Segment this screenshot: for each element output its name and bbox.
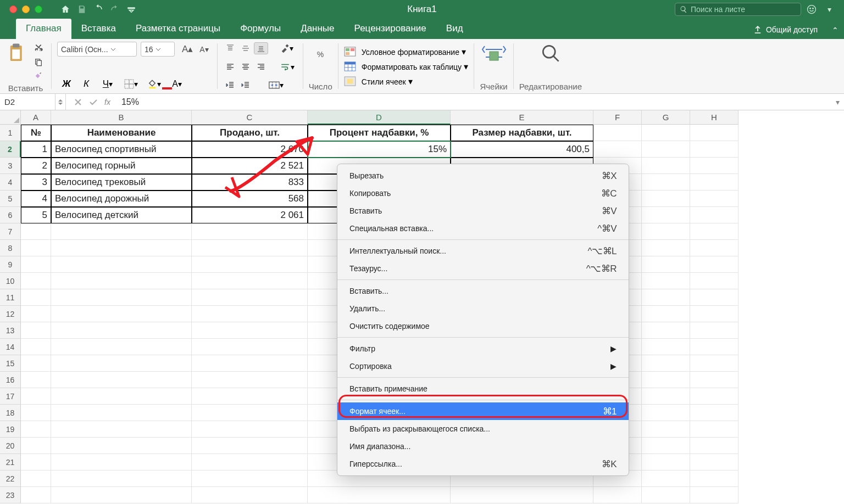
cell-A5[interactable]: 4 xyxy=(21,191,51,207)
cell-H12[interactable] xyxy=(690,306,738,322)
cell-G18[interactable] xyxy=(642,405,690,421)
cell-A19[interactable] xyxy=(21,421,51,438)
cell-G21[interactable] xyxy=(642,454,690,471)
cell-G20[interactable] xyxy=(642,438,690,454)
align-middle-icon[interactable] xyxy=(238,42,253,54)
cell-B6[interactable]: Велосипед детский xyxy=(51,207,192,223)
cell-H2[interactable] xyxy=(690,141,738,158)
align-left-icon[interactable] xyxy=(223,61,237,73)
cell-A21[interactable] xyxy=(21,454,51,471)
copy-icon[interactable] xyxy=(31,56,46,68)
row-header-12[interactable]: 12 xyxy=(0,306,21,322)
cell-A11[interactable] xyxy=(21,289,51,306)
cell-H9[interactable] xyxy=(690,256,738,273)
cancel-formula-icon[interactable] xyxy=(74,98,82,107)
merge-cells-icon[interactable]: ▾ xyxy=(266,79,286,91)
cell-H10[interactable] xyxy=(690,273,738,289)
cell-B4[interactable]: Велосипед трековый xyxy=(51,174,192,191)
cell-A23[interactable] xyxy=(21,487,51,503)
align-right-icon[interactable] xyxy=(254,61,268,73)
cell-D1[interactable]: Процент надбавки, % xyxy=(308,125,451,141)
col-header-E[interactable]: E xyxy=(451,110,593,125)
cell-B5[interactable]: Велосипед дорожный xyxy=(51,191,192,207)
redo-icon[interactable] xyxy=(107,3,123,16)
cell-G14[interactable] xyxy=(642,339,690,355)
cell-B16[interactable] xyxy=(51,372,192,388)
cell-A3[interactable]: 2 xyxy=(21,158,51,174)
menu-insert-comment[interactable]: Вставить примечание xyxy=(337,380,629,397)
decrease-indent-icon[interactable] xyxy=(223,79,237,91)
row-header-8[interactable]: 8 xyxy=(0,240,21,256)
expand-formula-bar-icon[interactable]: ▾ xyxy=(831,98,844,107)
cell-E1[interactable]: Размер надбавки, шт. xyxy=(451,125,593,141)
cell-G10[interactable] xyxy=(642,273,690,289)
align-center-icon[interactable] xyxy=(238,61,253,73)
cell-B13[interactable] xyxy=(51,322,192,339)
cut-icon[interactable] xyxy=(31,43,46,55)
cell-A18[interactable] xyxy=(21,405,51,421)
cell-E23[interactable] xyxy=(451,487,593,503)
cell-H4[interactable] xyxy=(690,174,738,191)
cell-A10[interactable] xyxy=(21,273,51,289)
menu-hyperlink[interactable]: Гиперссылка...⌘K xyxy=(337,455,629,473)
row-header-21[interactable]: 21 xyxy=(0,454,21,471)
underline-button[interactable]: Ч ▾ xyxy=(97,77,119,91)
cell-B17[interactable] xyxy=(51,388,192,405)
cell-B19[interactable] xyxy=(51,421,192,438)
row-header-9[interactable]: 9 xyxy=(0,256,21,273)
align-bottom-icon[interactable] xyxy=(254,42,268,54)
save-icon[interactable] xyxy=(74,3,90,16)
cell-C12[interactable] xyxy=(192,306,308,322)
select-all-triangle[interactable] xyxy=(0,110,21,125)
menu-delete[interactable]: Удалить... xyxy=(337,300,629,317)
row-header-15[interactable]: 15 xyxy=(0,355,21,372)
italic-button[interactable]: К xyxy=(77,77,96,91)
cell-G8[interactable] xyxy=(642,240,690,256)
cell-G7[interactable] xyxy=(642,223,690,240)
cell-C16[interactable] xyxy=(192,372,308,388)
cell-C22[interactable] xyxy=(192,471,308,487)
row-header-3[interactable]: 3 xyxy=(0,158,21,174)
maximize-window-button[interactable] xyxy=(35,5,42,13)
cell-A4[interactable]: 3 xyxy=(21,174,51,191)
cell-C8[interactable] xyxy=(192,240,308,256)
row-header-7[interactable]: 7 xyxy=(0,223,21,240)
cell-D23[interactable] xyxy=(308,487,451,503)
cell-G1[interactable] xyxy=(642,125,690,141)
cell-F1[interactable] xyxy=(593,125,642,141)
cell-C15[interactable] xyxy=(192,355,308,372)
cell-C17[interactable] xyxy=(192,388,308,405)
cell-C3[interactable]: 2 521 xyxy=(192,158,308,174)
cell-C7[interactable] xyxy=(192,223,308,240)
cell-A22[interactable] xyxy=(21,471,51,487)
cell-G23[interactable] xyxy=(642,487,690,503)
minimize-window-button[interactable] xyxy=(22,5,30,13)
row-header-18[interactable]: 18 xyxy=(0,405,21,421)
fill-color-button[interactable]: ▾ xyxy=(143,77,165,91)
cell-C9[interactable] xyxy=(192,256,308,273)
cell-A16[interactable] xyxy=(21,372,51,388)
cell-H8[interactable] xyxy=(690,240,738,256)
tab-review[interactable]: Рецензирование xyxy=(345,19,436,39)
menu-smart-lookup[interactable]: Интеллектуальный поиск...^⌥⌘L xyxy=(337,242,629,260)
ribbon-collapse-icon[interactable]: ⌃ xyxy=(826,21,844,39)
cell-A15[interactable] xyxy=(21,355,51,372)
menu-define-name[interactable]: Имя диапазона... xyxy=(337,438,629,455)
menu-copy[interactable]: Копировать⌘C xyxy=(337,184,629,202)
close-window-button[interactable] xyxy=(9,5,17,13)
cell-G13[interactable] xyxy=(642,322,690,339)
formula-value[interactable]: 15% xyxy=(118,97,139,107)
cell-B15[interactable] xyxy=(51,355,192,372)
cell-F2[interactable] xyxy=(593,141,642,158)
col-header-C[interactable]: C xyxy=(192,110,308,125)
cell-B12[interactable] xyxy=(51,306,192,322)
home-icon[interactable] xyxy=(58,3,73,16)
tab-formulas[interactable]: Формулы xyxy=(230,19,291,39)
row-header-4[interactable]: 4 xyxy=(0,174,21,191)
cell-H21[interactable] xyxy=(690,454,738,471)
cell-H7[interactable] xyxy=(690,223,738,240)
cell-G3[interactable] xyxy=(642,158,690,174)
row-header-5[interactable]: 5 xyxy=(0,191,21,207)
cell-B23[interactable] xyxy=(51,487,192,503)
cell-H3[interactable] xyxy=(690,158,738,174)
